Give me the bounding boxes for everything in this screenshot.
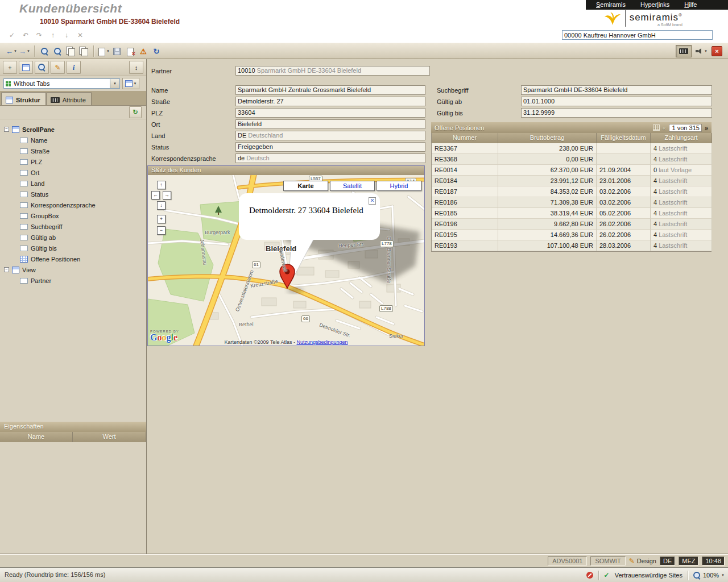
tree-item-strasse[interactable]: Straße bbox=[0, 146, 146, 156]
map-type-karte[interactable]: Karte bbox=[283, 181, 328, 191]
col-zahlungsart[interactable]: Zahlungsart bbox=[651, 133, 712, 143]
tree-item-groupbox[interactable]: GroupBox bbox=[0, 210, 146, 221]
table-row[interactable]: RE0193 107.100,48 EUR 28.03.2006 4Lastsc… bbox=[432, 240, 711, 251]
tabs-mode-select[interactable]: Without Tabs ▼ bbox=[3, 78, 120, 89]
forward-button[interactable]: →▼ bbox=[19, 45, 30, 57]
pan-down-button[interactable]: ↓ bbox=[157, 201, 166, 210]
company-input[interactable] bbox=[562, 30, 713, 40]
refresh-button[interactable]: ↻ bbox=[151, 45, 162, 57]
terms-link[interactable]: Nutzungsbedingungen bbox=[296, 339, 348, 345]
pager-next-icon[interactable]: » bbox=[705, 124, 708, 131]
pan-left-button[interactable]: ← bbox=[151, 191, 160, 199]
tree-item-gueltig-ab[interactable]: Gültig ab bbox=[0, 232, 146, 243]
find-button[interactable] bbox=[35, 61, 49, 74]
back-button[interactable]: ←▼ bbox=[6, 45, 17, 57]
pan-up-button[interactable]: ↑ bbox=[157, 181, 166, 189]
keyboard-mode-button[interactable] bbox=[676, 45, 692, 57]
table-row[interactable]: RE3367 238,00 EUR 4Lastschrift bbox=[432, 143, 711, 154]
advanced-search-button[interactable] bbox=[52, 45, 63, 57]
zoom-out-button[interactable]: − bbox=[157, 226, 166, 235]
move-down-icon[interactable]: ↓ bbox=[63, 31, 71, 39]
table-settings-icon[interactable] bbox=[653, 124, 660, 131]
menu-hilfe[interactable]: Hilfe bbox=[684, 1, 697, 10]
map-type-satellit[interactable]: Satellit bbox=[330, 181, 375, 191]
security-zone[interactable]: Vertrauenswürdige Sites bbox=[615, 572, 682, 579]
tab-struktur[interactable]: Struktur bbox=[1, 92, 46, 105]
add-button[interactable]: + bbox=[3, 61, 17, 74]
layout-button[interactable]: ▼ bbox=[122, 78, 139, 89]
collapse-icon[interactable]: − bbox=[4, 127, 9, 132]
col-bruttobetrag[interactable]: Bruttobetrag bbox=[498, 133, 597, 143]
table-row[interactable]: RE0196 9.662,80 EUR 26.02.2006 4Lastschr… bbox=[432, 219, 711, 230]
popup-blocked-icon[interactable] bbox=[586, 572, 593, 579]
save-button[interactable] bbox=[111, 45, 123, 57]
tree-item-scrollpane[interactable]: − ScrollPane bbox=[0, 124, 146, 135]
validate-button[interactable]: ⚠ bbox=[138, 45, 149, 57]
sort-button[interactable]: ↕ bbox=[129, 61, 143, 74]
collapse-icon[interactable]: − bbox=[4, 267, 9, 272]
field-status[interactable]: Freigegeben bbox=[235, 142, 425, 152]
edit-button[interactable]: ✎ bbox=[51, 61, 65, 74]
info-button[interactable]: i bbox=[67, 61, 81, 74]
redo-icon[interactable]: ↷ bbox=[35, 31, 43, 39]
status-session-badge: SOMWIT bbox=[590, 556, 625, 566]
tree-item-name[interactable]: Name bbox=[0, 135, 146, 146]
zoom-control[interactable]: 100% ▼ bbox=[693, 572, 725, 579]
field-strasse[interactable]: Detmolderstr. 27 bbox=[235, 97, 425, 106]
zoom-in-button[interactable]: + bbox=[157, 215, 166, 223]
close-button[interactable]: × bbox=[712, 46, 722, 56]
table-row[interactable]: RE3368 0,00 EUR 4Lastschrift bbox=[432, 154, 711, 165]
search-button[interactable] bbox=[39, 45, 50, 57]
dropdown-button[interactable]: ▼ bbox=[110, 79, 119, 88]
tree-item-gueltig-bis[interactable]: Gültig bis bbox=[0, 243, 146, 253]
field-gueltig-bis[interactable]: 31.12.9999 bbox=[521, 108, 712, 118]
table-row[interactable]: RE0184 23.991,12 EUR 23.01.2006 4Lastsch… bbox=[432, 176, 711, 186]
move-up-icon[interactable]: ↑ bbox=[49, 31, 57, 39]
table-icon bbox=[20, 256, 28, 263]
table-row[interactable]: RE0195 14.669,36 EUR 26.02.2006 4Lastsch… bbox=[432, 230, 711, 240]
field-suchbegriff[interactable]: Sparmarkt GmbH DE-33604 Bielefeld bbox=[521, 85, 712, 95]
tree-item-suchbegriff[interactable]: Suchbegriff bbox=[0, 221, 146, 232]
confirm-icon[interactable]: ✓ bbox=[8, 31, 16, 39]
tab-attribute[interactable]: Attribute bbox=[46, 92, 92, 105]
field-korrespondenzsprache[interactable]: deDeutsch bbox=[235, 153, 425, 163]
tree-item-plz[interactable]: PLZ bbox=[0, 156, 146, 167]
undo-icon[interactable]: ↶ bbox=[22, 31, 30, 39]
pager-prev-icon[interactable]: « bbox=[663, 124, 666, 131]
tree-refresh-button[interactable]: ↻ bbox=[129, 106, 142, 118]
tree-item-ort[interactable]: Ort bbox=[0, 167, 146, 178]
panel-button[interactable] bbox=[19, 61, 33, 74]
tree-item-korrespondenzsprache[interactable]: Korrespondenzsprache bbox=[0, 199, 146, 210]
compare-button[interactable] bbox=[78, 45, 89, 57]
audio-button[interactable]: ▼ bbox=[696, 45, 708, 57]
partner-field[interactable]: 10010Sparmarkt GmbH DE-33604 Bielefeld bbox=[235, 66, 430, 76]
pager-position[interactable]: 1 von 315 bbox=[669, 124, 702, 132]
map-type-hybrid[interactable]: Hybrid bbox=[377, 181, 421, 191]
tree-item-partner[interactable]: Partner bbox=[0, 275, 146, 286]
menu-semiramis[interactable]: Semiramis bbox=[596, 1, 626, 10]
field-ort[interactable]: Bielefeld bbox=[235, 119, 425, 129]
tree-item-view[interactable]: − View bbox=[0, 264, 146, 275]
col-faelligkeitsdatum[interactable]: Fälligkeitsdatum bbox=[597, 133, 651, 143]
map-canvas[interactable]: Bürgerpark Johannistal Bielefeld Heeper … bbox=[148, 175, 424, 346]
field-plz[interactable]: 33604 bbox=[235, 108, 425, 118]
cancel-icon[interactable]: ✕ bbox=[76, 31, 84, 39]
delete-button[interactable] bbox=[125, 45, 136, 57]
pan-right-button[interactable]: → bbox=[163, 191, 171, 199]
tree-item-land[interactable]: Land bbox=[0, 178, 146, 189]
field-gueltig-ab[interactable]: 01.01.1000 bbox=[521, 97, 712, 106]
tree-item-offene-positionen[interactable]: Offene Positionen bbox=[0, 253, 146, 264]
field-name[interactable]: Sparmarkt GmbH Zentrale Grossmarkt Biele… bbox=[235, 85, 425, 95]
bubble-close-button[interactable]: ✕ bbox=[369, 197, 376, 205]
table-row[interactable]: RE0187 84.353,02 EUR 03.02.2006 4Lastsch… bbox=[432, 186, 711, 197]
duplicate-button[interactable] bbox=[65, 45, 76, 57]
table-row[interactable]: RE0185 38.319,44 EUR 05.02.2006 4Lastsch… bbox=[432, 208, 711, 219]
design-mode-toggle[interactable]: ✎Design bbox=[629, 557, 656, 565]
table-row[interactable]: RE0186 71.309,38 EUR 03.02.2006 4Lastsch… bbox=[432, 197, 711, 208]
col-nummer[interactable]: Nummer bbox=[432, 133, 498, 143]
new-button[interactable]: ▼ bbox=[98, 45, 110, 57]
menu-hyperlinks[interactable]: Hyperlinks bbox=[640, 1, 669, 10]
table-row[interactable]: RE0014 62.370,00 EUR 21.09.2004 0laut Vo… bbox=[432, 165, 711, 176]
tree-item-status[interactable]: Status bbox=[0, 189, 146, 199]
field-land[interactable]: DEDeutschland bbox=[235, 131, 425, 140]
